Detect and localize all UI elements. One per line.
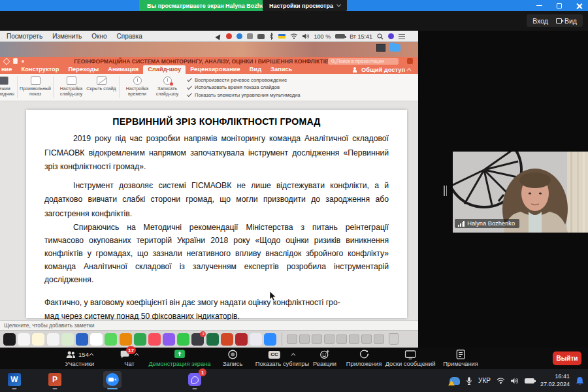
microphone-icon[interactable] xyxy=(466,376,472,385)
presentation-search-box[interactable]: Поиск в презентации xyxy=(328,58,399,65)
checkbox-show-media-controls[interactable]: Показать элементы управления мультимедиа xyxy=(188,92,301,98)
chevron-up-icon[interactable] xyxy=(135,353,139,357)
keynote-dock-icon[interactable] xyxy=(120,333,132,346)
minimized-window-thumbnail[interactable] xyxy=(361,335,372,344)
facetime-dock-icon[interactable] xyxy=(177,333,189,346)
minimized-window-thumbnail[interactable] xyxy=(324,335,335,344)
setup-slideshow-button[interactable]: Настройка слайд-шоу xyxy=(56,74,86,101)
siri-icon[interactable] xyxy=(388,33,394,39)
minimized-window-thumbnail[interactable] xyxy=(349,335,359,344)
menu-view[interactable]: Посмотреть xyxy=(7,33,42,40)
appletv-dock-icon[interactable] xyxy=(3,333,16,346)
desktop-folder-icon[interactable] xyxy=(390,44,400,52)
reminders-dock-icon[interactable] xyxy=(47,333,59,346)
music-dock-icon[interactable] xyxy=(148,333,161,346)
spotlight-search-icon[interactable] xyxy=(377,33,384,40)
bluetooth-icon[interactable] xyxy=(269,33,274,40)
desktop-file-icon[interactable] xyxy=(376,44,385,52)
numbers-dock-icon[interactable] xyxy=(134,333,146,346)
hide-slide-button[interactable]: Скрыть слайд xyxy=(86,74,116,101)
custom-show-button[interactable]: Произвольный показ xyxy=(20,74,50,101)
mac-clock[interactable]: Вт 15:41 xyxy=(350,33,372,40)
notes-placeholder-bar[interactable]: Щелкните, чтобы добавить заметки xyxy=(0,320,418,330)
minimized-window-thumbnail[interactable] xyxy=(312,335,322,344)
chevron-up-icon[interactable] xyxy=(89,353,93,357)
printer-icon[interactable] xyxy=(247,33,253,39)
display-icon[interactable] xyxy=(257,34,265,39)
account-icon[interactable] xyxy=(407,58,413,64)
tab-animations[interactable]: Анимация xyxy=(103,65,143,74)
calendar-dock-icon[interactable] xyxy=(18,333,30,346)
menu-help[interactable]: Справка xyxy=(117,33,142,40)
garageband-dock-icon[interactable]: 3 xyxy=(191,333,204,346)
share-access-button[interactable]: Общий доступ xyxy=(353,65,412,74)
photos-dock-icon[interactable] xyxy=(90,333,103,346)
teamviewer-icon[interactable] xyxy=(237,33,242,39)
tab-review[interactable]: Рецензирование xyxy=(186,65,245,74)
apps-button[interactable]: Приложения xyxy=(346,349,382,367)
chevron-up-icon[interactable] xyxy=(291,353,295,357)
notes-button[interactable]: Примечания xyxy=(443,349,478,367)
checkbox-use-timings[interactable]: Использовать время показа слайдов xyxy=(188,84,301,90)
tab-drawing-partial[interactable]: ние xyxy=(0,65,17,74)
leave-meeting-button[interactable]: Выйти xyxy=(553,351,581,365)
whiteboards-button[interactable]: Доски сообщений xyxy=(385,349,436,367)
trash-icon[interactable] xyxy=(389,333,399,345)
volume-icon[interactable] xyxy=(302,33,310,39)
app-status-icon[interactable] xyxy=(226,33,232,39)
participants-button[interactable]: 154 Участники xyxy=(65,349,94,367)
podcasts-dock-icon[interactable] xyxy=(163,333,175,346)
ukraine-flag-icon[interactable] xyxy=(278,34,286,39)
volume-tray-icon[interactable] xyxy=(511,378,519,384)
participant-video[interactable]: Halyna Bozhenko xyxy=(453,152,588,233)
share-screen-button[interactable]: Демонстрация экрана xyxy=(148,349,210,367)
word-dock-icon[interactable] xyxy=(76,333,88,346)
control-center-icon[interactable] xyxy=(399,34,405,39)
slide-canvas[interactable]: ПЕРВИННИЙ ЗРІЗ КОНФЛІКТНОСТІ ГРОМАД 2019… xyxy=(26,110,407,318)
view-button[interactable]: Вид xyxy=(550,14,583,27)
maximize-icon[interactable] xyxy=(557,3,562,8)
taskbar-zoom[interactable] xyxy=(103,371,122,388)
presenter-mode-button[interactable]: Режим докладчика xyxy=(0,74,14,101)
tab-design[interactable]: Конструктор xyxy=(17,65,64,74)
battery-tray-icon[interactable] xyxy=(525,378,534,384)
minimized-window-thumbnail[interactable] xyxy=(336,335,347,344)
excel-dock-icon[interactable] xyxy=(206,333,219,346)
minimize-icon[interactable] xyxy=(536,5,542,7)
minimized-window-thumbnail[interactable] xyxy=(299,335,310,344)
minimized-window-thumbnail[interactable] xyxy=(374,335,384,344)
taskbar-powerpoint[interactable]: P xyxy=(46,371,64,388)
minimized-window-thumbnail[interactable] xyxy=(287,335,297,344)
menu-edit[interactable]: Изменить xyxy=(52,33,82,40)
tab-view[interactable]: Вид xyxy=(245,65,266,74)
wifi-icon[interactable] xyxy=(290,33,298,39)
rehearse-timings-button[interactable]: Настройка времени xyxy=(122,74,152,101)
reactions-button[interactable]: Реакции xyxy=(313,349,336,367)
acrobat-dock-icon[interactable] xyxy=(235,333,248,346)
menu-window[interactable]: Окно xyxy=(91,33,106,40)
wifi-tray-icon[interactable] xyxy=(497,378,505,384)
zoom-app-dock-icon[interactable] xyxy=(264,333,276,346)
notes-dock-icon[interactable] xyxy=(32,333,44,346)
record-slideshow-button[interactable]: Записать слайд-шоу xyxy=(152,74,182,101)
taskbar-clock[interactable]: 16:41 27.02.2024 xyxy=(540,373,570,388)
tab-transitions[interactable]: Переходы xyxy=(63,65,103,74)
checkbox-play-narrations[interactable]: Воспроизвести речевое сопровождение xyxy=(188,77,301,83)
tab-record[interactable]: Запись xyxy=(266,65,297,74)
taskbar-viber[interactable]: 1 xyxy=(186,371,204,388)
messages-dock-icon[interactable] xyxy=(105,333,117,346)
chat-button[interactable]: 17 Чат xyxy=(120,349,139,367)
preview-dock-icon[interactable] xyxy=(250,333,262,346)
panel-drag-handle[interactable] xyxy=(444,186,449,196)
tab-slideshow[interactable]: Слайд-шоу xyxy=(143,65,186,74)
powerpoint-dock-icon[interactable] xyxy=(221,333,233,346)
taskbar-word[interactable]: W xyxy=(5,371,24,388)
language-indicator[interactable]: УКР xyxy=(478,377,491,384)
maps-dock-icon[interactable] xyxy=(61,333,74,346)
close-icon[interactable] xyxy=(576,3,583,9)
captions-button[interactable]: CC Показать субтитры xyxy=(255,349,309,367)
view-settings-dropdown[interactable]: Настройки просмотра xyxy=(263,0,347,11)
weather-icon[interactable] xyxy=(449,377,460,385)
notification-bell-icon[interactable] xyxy=(576,376,584,385)
record-button[interactable]: Запись xyxy=(223,349,243,367)
